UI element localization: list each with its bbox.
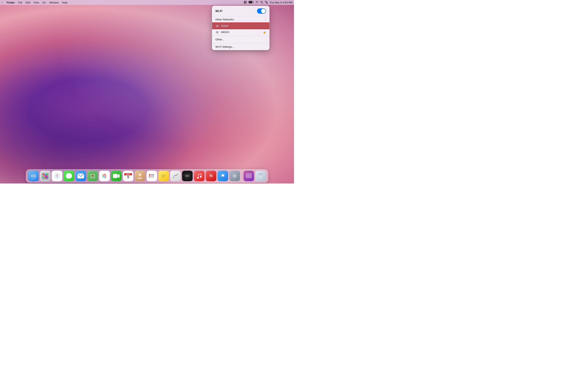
svg-line-8 bbox=[262, 2, 263, 3]
dock-item-finder[interactable] bbox=[28, 171, 39, 181]
dock-item-maps[interactable] bbox=[87, 171, 98, 181]
dock-item-messages[interactable] bbox=[64, 171, 74, 181]
svg-point-23 bbox=[44, 174, 46, 175]
menu-help[interactable]: Help bbox=[62, 1, 67, 4]
svg-point-25 bbox=[43, 175, 44, 177]
other-networks-header[interactable]: Other Networks ⌄ bbox=[212, 16, 269, 23]
app-name[interactable]: Finder bbox=[7, 1, 15, 4]
svg-point-27 bbox=[46, 175, 48, 177]
clock: Thu Mar 9 4:09 PM bbox=[270, 1, 292, 4]
wifi-signal-icon bbox=[215, 25, 219, 27]
menubar:  Finder File Edit View Go Window Help bbox=[0, 0, 294, 5]
desktop:  Finder File Edit View Go Window Help bbox=[0, 0, 294, 184]
svg-rect-5 bbox=[253, 2, 253, 3]
svg-point-14 bbox=[217, 33, 218, 34]
dock-item-contacts[interactable] bbox=[135, 171, 145, 181]
menubar-left:  Finder File Edit View Go Window Help bbox=[2, 1, 67, 4]
svg-rect-6 bbox=[249, 1, 252, 3]
lock-icon: 🔒 bbox=[263, 31, 266, 34]
svg-rect-0 bbox=[244, 1, 245, 2]
svg-text:N: N bbox=[209, 173, 213, 178]
svg-rect-2 bbox=[244, 2, 245, 3]
svg-rect-61 bbox=[246, 174, 251, 178]
svg-point-28 bbox=[43, 177, 44, 178]
network-item-guest[interactable]: Guest bbox=[212, 23, 269, 29]
chevron-down-icon: ⌄ bbox=[264, 18, 266, 21]
menu-go[interactable]: Go bbox=[43, 1, 46, 4]
svg-point-26 bbox=[44, 175, 46, 177]
menu-view[interactable]: View bbox=[34, 1, 39, 4]
dock-item-appstore[interactable] bbox=[218, 171, 228, 181]
dock-item-launchpad[interactable] bbox=[40, 171, 51, 181]
other-network-action[interactable]: Other... bbox=[212, 36, 269, 43]
svg-text:▶: ▶ bbox=[187, 175, 188, 177]
guest-network-label: Guest bbox=[221, 24, 266, 27]
wifi-toggle[interactable] bbox=[257, 8, 266, 14]
wifi-panel: Wi-Fi Other Networks ⌄ Guest bbox=[212, 6, 269, 50]
dock-item-safari[interactable] bbox=[52, 171, 62, 181]
svg-point-12 bbox=[267, 3, 267, 3]
divider-2 bbox=[212, 43, 269, 43]
svg-rect-64 bbox=[260, 173, 261, 174]
svg-point-45 bbox=[149, 174, 150, 175]
menu-window[interactable]: Window bbox=[49, 1, 59, 4]
wifi-signal-icon-mtsac bbox=[215, 31, 219, 34]
svg-point-30 bbox=[46, 177, 48, 178]
mtsac-network-label: MtSAC bbox=[221, 31, 262, 34]
wifi-settings-action[interactable]: Wi-Fi Settings... bbox=[212, 44, 269, 50]
svg-point-56 bbox=[197, 177, 199, 179]
extensions-icon[interactable] bbox=[243, 1, 247, 4]
svg-point-57 bbox=[200, 176, 202, 178]
control-center-icon[interactable] bbox=[265, 1, 268, 4]
dock-separator bbox=[242, 172, 242, 180]
wifi-header: Wi-Fi bbox=[212, 6, 269, 16]
dock-item-photos[interactable] bbox=[99, 171, 110, 181]
svg-point-47 bbox=[149, 175, 150, 176]
svg-point-20 bbox=[34, 175, 35, 176]
dock-item-news[interactable]: N bbox=[206, 171, 216, 181]
dock-item-notes[interactable] bbox=[158, 171, 169, 181]
dock-item-freeform[interactable] bbox=[170, 171, 181, 181]
svg-point-11 bbox=[266, 1, 266, 2]
dock-item-trash[interactable] bbox=[255, 171, 266, 181]
svg-point-19 bbox=[32, 175, 33, 176]
dock-item-calendar[interactable]: MAR 9 bbox=[123, 171, 134, 181]
svg-point-29 bbox=[44, 177, 46, 178]
divider bbox=[212, 36, 269, 36]
svg-rect-3 bbox=[245, 2, 246, 3]
menubar-right: Thu Mar 9 4:09 PM bbox=[243, 1, 292, 4]
svg-point-16 bbox=[30, 174, 37, 179]
dock: MAR 9 bbox=[26, 169, 268, 183]
battery-icon[interactable] bbox=[249, 1, 254, 4]
svg-point-60 bbox=[234, 175, 235, 176]
wifi-title: Wi-Fi bbox=[215, 9, 222, 13]
apple-menu[interactable]:  bbox=[2, 1, 3, 4]
dock-item-mail[interactable] bbox=[76, 171, 86, 181]
wifi-menubar-icon[interactable] bbox=[255, 1, 259, 4]
svg-point-24 bbox=[46, 174, 48, 175]
dock-item-desktop[interactable] bbox=[243, 171, 254, 181]
network-item-mtsac[interactable]: MtSAC 🔒 bbox=[212, 29, 269, 35]
menu-edit[interactable]: Edit bbox=[26, 1, 30, 4]
other-networks-label: Other Networks bbox=[215, 18, 234, 21]
svg-point-13 bbox=[217, 27, 218, 27]
svg-point-40 bbox=[92, 175, 94, 176]
dock-item-appletv[interactable]: ▶ bbox=[182, 171, 193, 181]
toggle-knob bbox=[261, 9, 266, 13]
dock-dot bbox=[33, 182, 34, 183]
dock-item-music[interactable] bbox=[194, 171, 205, 181]
dock-item-reminders[interactable] bbox=[147, 171, 157, 181]
menu-file[interactable]: File bbox=[18, 1, 22, 4]
svg-rect-1 bbox=[245, 1, 246, 2]
dock-item-facetime[interactable] bbox=[111, 171, 122, 181]
svg-point-44 bbox=[139, 173, 141, 176]
dock-item-systemprefs[interactable] bbox=[229, 171, 240, 181]
svg-point-22 bbox=[43, 174, 44, 175]
svg-rect-42 bbox=[113, 174, 118, 178]
svg-point-49 bbox=[149, 177, 150, 178]
search-menubar-icon[interactable] bbox=[260, 1, 263, 4]
svg-marker-43 bbox=[118, 174, 120, 178]
